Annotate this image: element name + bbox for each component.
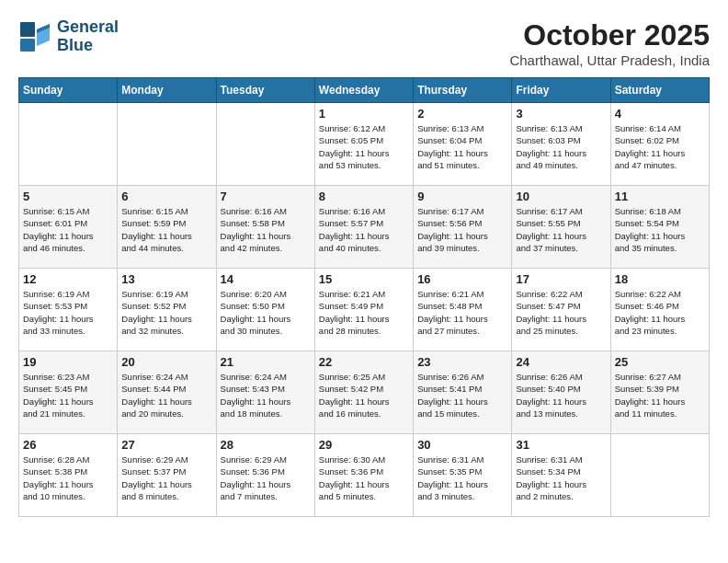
day-info: Sunrise: 6:26 AM Sunset: 5:40 PM Dayligh… bbox=[516, 371, 606, 419]
calendar-cell: 27Sunrise: 6:29 AM Sunset: 5:37 PM Dayli… bbox=[118, 434, 216, 517]
day-info: Sunrise: 6:21 AM Sunset: 5:48 PM Dayligh… bbox=[417, 288, 507, 337]
day-number: 24 bbox=[516, 355, 606, 369]
day-info: Sunrise: 6:18 AM Sunset: 5:54 PM Dayligh… bbox=[615, 205, 705, 254]
calendar-table: SundayMondayTuesdayWednesdayThursdayFrid… bbox=[18, 77, 710, 517]
day-number: 31 bbox=[516, 438, 606, 452]
day-info: Sunrise: 6:20 AM Sunset: 5:50 PM Dayligh… bbox=[221, 288, 311, 337]
day-info: Sunrise: 6:19 AM Sunset: 5:52 PM Dayligh… bbox=[121, 288, 211, 337]
calendar-cell: 30Sunrise: 6:31 AM Sunset: 5:35 PM Dayli… bbox=[414, 434, 512, 517]
day-number: 10 bbox=[516, 190, 606, 203]
calendar-cell: 21Sunrise: 6:24 AM Sunset: 5:43 PM Dayli… bbox=[216, 351, 314, 434]
calendar-week-row: 1Sunrise: 6:12 AM Sunset: 6:05 PM Daylig… bbox=[19, 103, 710, 186]
calendar-cell: 23Sunrise: 6:26 AM Sunset: 5:41 PM Dayli… bbox=[414, 351, 512, 434]
calendar-cell: 18Sunrise: 6:22 AM Sunset: 5:46 PM Dayli… bbox=[610, 269, 709, 351]
day-info: Sunrise: 6:19 AM Sunset: 5:53 PM Dayligh… bbox=[23, 288, 113, 337]
calendar-cell: 1Sunrise: 6:12 AM Sunset: 6:05 PM Daylig… bbox=[314, 103, 413, 186]
day-info: Sunrise: 6:17 AM Sunset: 5:56 PM Dayligh… bbox=[417, 205, 507, 254]
day-number: 28 bbox=[221, 438, 311, 452]
day-number: 9 bbox=[417, 190, 507, 203]
day-number: 23 bbox=[417, 355, 507, 369]
calendar-cell: 13Sunrise: 6:19 AM Sunset: 5:52 PM Dayli… bbox=[118, 269, 216, 351]
svg-rect-1 bbox=[20, 22, 35, 37]
calendar-cell: 28Sunrise: 6:29 AM Sunset: 5:36 PM Dayli… bbox=[216, 434, 314, 517]
day-number: 19 bbox=[23, 355, 113, 369]
day-info: Sunrise: 6:14 AM Sunset: 6:02 PM Dayligh… bbox=[615, 122, 705, 171]
day-info: Sunrise: 6:25 AM Sunset: 5:42 PM Dayligh… bbox=[319, 371, 409, 419]
day-info: Sunrise: 6:29 AM Sunset: 5:36 PM Dayligh… bbox=[221, 454, 311, 502]
weekday-header: Wednesday bbox=[314, 78, 413, 103]
calendar-body: 1Sunrise: 6:12 AM Sunset: 6:05 PM Daylig… bbox=[19, 103, 710, 517]
logo-icon bbox=[18, 20, 51, 53]
day-info: Sunrise: 6:23 AM Sunset: 5:45 PM Dayligh… bbox=[23, 371, 113, 419]
calendar-cell: 6Sunrise: 6:15 AM Sunset: 5:59 PM Daylig… bbox=[118, 186, 216, 269]
day-info: Sunrise: 6:31 AM Sunset: 5:35 PM Dayligh… bbox=[417, 454, 507, 502]
calendar-cell: 11Sunrise: 6:18 AM Sunset: 5:54 PM Dayli… bbox=[610, 186, 709, 269]
day-number: 21 bbox=[221, 355, 311, 369]
day-info: Sunrise: 6:17 AM Sunset: 5:55 PM Dayligh… bbox=[516, 205, 606, 254]
calendar-week-row: 19Sunrise: 6:23 AM Sunset: 5:45 PM Dayli… bbox=[19, 351, 710, 434]
calendar-header-row: SundayMondayTuesdayWednesdayThursdayFrid… bbox=[19, 78, 710, 103]
day-number: 6 bbox=[121, 190, 211, 203]
logo-line2: Blue bbox=[57, 37, 119, 55]
calendar-cell: 10Sunrise: 6:17 AM Sunset: 5:55 PM Dayli… bbox=[512, 186, 610, 269]
day-info: Sunrise: 6:31 AM Sunset: 5:34 PM Dayligh… bbox=[516, 454, 606, 502]
calendar-cell: 2Sunrise: 6:13 AM Sunset: 6:04 PM Daylig… bbox=[414, 103, 512, 186]
calendar-cell: 15Sunrise: 6:21 AM Sunset: 5:49 PM Dayli… bbox=[314, 269, 413, 351]
calendar-cell: 7Sunrise: 6:16 AM Sunset: 5:58 PM Daylig… bbox=[216, 186, 314, 269]
day-info: Sunrise: 6:12 AM Sunset: 6:05 PM Dayligh… bbox=[319, 122, 409, 171]
day-number: 1 bbox=[319, 107, 409, 121]
day-number: 12 bbox=[23, 272, 113, 286]
weekday-header: Thursday bbox=[414, 78, 512, 103]
calendar-cell bbox=[216, 103, 314, 186]
calendar-week-row: 26Sunrise: 6:28 AM Sunset: 5:38 PM Dayli… bbox=[19, 434, 710, 517]
day-number: 22 bbox=[319, 355, 409, 369]
weekday-header: Sunday bbox=[19, 78, 118, 103]
day-number: 16 bbox=[417, 272, 507, 286]
day-info: Sunrise: 6:22 AM Sunset: 5:46 PM Dayligh… bbox=[615, 288, 705, 337]
day-info: Sunrise: 6:13 AM Sunset: 6:03 PM Dayligh… bbox=[516, 122, 606, 171]
day-number: 30 bbox=[417, 438, 507, 452]
title-block: October 2025 Charthawal, Uttar Pradesh, … bbox=[509, 18, 710, 68]
weekday-header: Saturday bbox=[610, 78, 709, 103]
logo-line1: General bbox=[57, 18, 119, 37]
day-number: 14 bbox=[221, 272, 311, 286]
day-number: 18 bbox=[615, 272, 705, 286]
calendar-cell: 8Sunrise: 6:16 AM Sunset: 5:57 PM Daylig… bbox=[314, 186, 413, 269]
day-info: Sunrise: 6:22 AM Sunset: 5:47 PM Dayligh… bbox=[516, 288, 606, 337]
calendar-cell: 31Sunrise: 6:31 AM Sunset: 5:34 PM Dayli… bbox=[512, 434, 610, 517]
day-number: 7 bbox=[221, 190, 311, 203]
calendar-cell: 16Sunrise: 6:21 AM Sunset: 5:48 PM Dayli… bbox=[414, 269, 512, 351]
logo: General Blue bbox=[18, 18, 119, 55]
calendar-cell: 20Sunrise: 6:24 AM Sunset: 5:44 PM Dayli… bbox=[118, 351, 216, 434]
calendar-cell: 22Sunrise: 6:25 AM Sunset: 5:42 PM Dayli… bbox=[314, 351, 413, 434]
logo-text: General Blue bbox=[57, 18, 119, 55]
calendar-cell: 25Sunrise: 6:27 AM Sunset: 5:39 PM Dayli… bbox=[610, 351, 709, 434]
calendar-week-row: 12Sunrise: 6:19 AM Sunset: 5:53 PM Dayli… bbox=[19, 269, 710, 351]
day-number: 27 bbox=[121, 438, 211, 452]
day-info: Sunrise: 6:24 AM Sunset: 5:44 PM Dayligh… bbox=[121, 371, 211, 419]
calendar-cell: 14Sunrise: 6:20 AM Sunset: 5:50 PM Dayli… bbox=[216, 269, 314, 351]
day-number: 15 bbox=[319, 272, 409, 286]
day-number: 3 bbox=[516, 107, 606, 121]
day-number: 13 bbox=[121, 272, 211, 286]
day-info: Sunrise: 6:27 AM Sunset: 5:39 PM Dayligh… bbox=[615, 371, 705, 419]
day-info: Sunrise: 6:13 AM Sunset: 6:04 PM Dayligh… bbox=[417, 122, 507, 171]
day-info: Sunrise: 6:28 AM Sunset: 5:38 PM Dayligh… bbox=[23, 454, 113, 502]
day-number: 29 bbox=[319, 438, 409, 452]
calendar-cell: 29Sunrise: 6:30 AM Sunset: 5:36 PM Dayli… bbox=[314, 434, 413, 517]
day-info: Sunrise: 6:15 AM Sunset: 5:59 PM Dayligh… bbox=[121, 205, 211, 254]
calendar-cell: 24Sunrise: 6:26 AM Sunset: 5:40 PM Dayli… bbox=[512, 351, 610, 434]
weekday-header: Friday bbox=[512, 78, 610, 103]
calendar-cell: 3Sunrise: 6:13 AM Sunset: 6:03 PM Daylig… bbox=[512, 103, 610, 186]
calendar-cell: 19Sunrise: 6:23 AM Sunset: 5:45 PM Dayli… bbox=[19, 351, 118, 434]
day-number: 2 bbox=[417, 107, 507, 121]
day-info: Sunrise: 6:15 AM Sunset: 6:01 PM Dayligh… bbox=[23, 205, 113, 254]
day-number: 26 bbox=[23, 438, 113, 452]
weekday-header: Tuesday bbox=[216, 78, 314, 103]
weekday-header: Monday bbox=[118, 78, 216, 103]
day-number: 25 bbox=[615, 355, 705, 369]
day-number: 8 bbox=[319, 190, 409, 203]
day-number: 4 bbox=[615, 107, 705, 121]
calendar-cell bbox=[610, 434, 709, 517]
calendar-cell: 12Sunrise: 6:19 AM Sunset: 5:53 PM Dayli… bbox=[19, 269, 118, 351]
